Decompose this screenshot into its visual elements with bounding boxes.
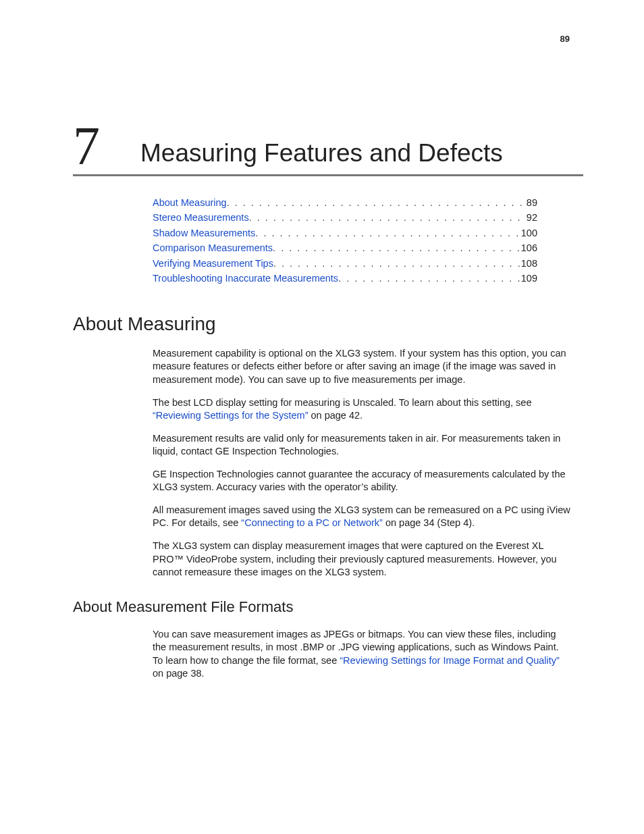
paragraph: GE Inspection Technologies cannot guaran… xyxy=(153,468,571,494)
toc-page-number: 100 xyxy=(520,226,537,240)
toc-item: Comparison Measurements 106 xyxy=(153,240,537,255)
table-of-contents: About Measuring 89 Stereo Measurements 9… xyxy=(153,195,537,286)
cross-reference-link[interactable]: “Connecting to a PC or Network” xyxy=(241,517,383,528)
toc-page-number: 108 xyxy=(520,256,537,271)
paragraph: Measurement results are valid only for m… xyxy=(153,432,571,459)
toc-leader-dots xyxy=(249,210,525,225)
toc-leader-dots xyxy=(338,271,520,286)
chapter-number: 7 xyxy=(73,122,100,170)
cross-reference-link[interactable]: “Reviewing Settings for Image Format and… xyxy=(340,655,560,666)
toc-leader-dots xyxy=(255,226,519,240)
toc-item: About Measuring 89 xyxy=(153,195,537,210)
toc-leader-dots xyxy=(227,195,525,210)
toc-item: Shadow Measurements 100 xyxy=(153,226,537,240)
text-run: on page 38. xyxy=(153,668,205,679)
subsection-heading-file-formats: About Measurement File Formats xyxy=(73,598,583,616)
chapter-title: Measuring Features and Defects xyxy=(140,139,503,170)
body-block: Measurement capability is optional on th… xyxy=(153,347,571,579)
toc-item: Troubleshooting Inaccurate Measurements … xyxy=(153,271,537,286)
text-run: The best LCD display setting for measuri… xyxy=(153,397,532,408)
paragraph: You can save measurement images as JPEGs… xyxy=(153,628,571,681)
body-block: You can save measurement images as JPEGs… xyxy=(153,628,571,681)
paragraph: All measurement images saved using the X… xyxy=(153,504,571,530)
toc-leader-dots xyxy=(273,240,520,255)
paragraph: The XLG3 system can display measurement … xyxy=(153,540,571,579)
paragraph: The best LCD display setting for measuri… xyxy=(153,396,571,423)
toc-link[interactable]: Troubleshooting Inaccurate Measurements xyxy=(153,271,338,286)
toc-link[interactable]: Verifying Measurement Tips xyxy=(153,256,273,271)
toc-item: Stereo Measurements 92 xyxy=(153,210,537,225)
toc-link[interactable]: Shadow Measurements xyxy=(153,226,255,240)
text-run: on page 34 (Step 4). xyxy=(383,517,475,528)
toc-page-number: 106 xyxy=(520,240,537,255)
toc-page-number: 89 xyxy=(525,195,537,210)
toc-item: Verifying Measurement Tips 108 xyxy=(153,256,537,271)
toc-page-number: 109 xyxy=(520,271,537,286)
toc-link[interactable]: About Measuring xyxy=(153,195,227,210)
cross-reference-link[interactable]: “Reviewing Settings for the System” xyxy=(153,410,308,421)
toc-link[interactable]: Stereo Measurements xyxy=(153,210,249,225)
text-run: on page 42. xyxy=(308,410,363,421)
chapter-header: 7 Measuring Features and Defects xyxy=(73,122,583,176)
toc-page-number: 92 xyxy=(525,210,537,225)
paragraph: Measurement capability is optional on th… xyxy=(153,347,571,387)
toc-leader-dots xyxy=(273,256,520,271)
section-heading-about-measuring: About Measuring xyxy=(73,313,583,335)
toc-link[interactable]: Comparison Measurements xyxy=(153,240,273,255)
page-number: 89 xyxy=(560,34,570,44)
page: 89 7 Measuring Features and Defects Abou… xyxy=(0,0,644,834)
